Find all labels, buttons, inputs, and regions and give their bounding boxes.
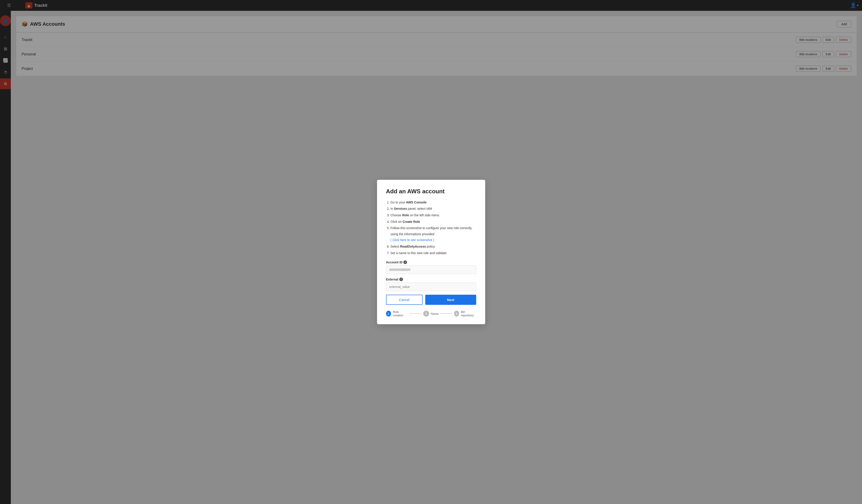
step-role-creation: 1 Role creation [386,310,408,317]
step-3: Choose Role on the left side menu [391,212,476,218]
external-label: External i [386,278,476,281]
step-2: In Services panel, select IAM [391,206,476,212]
step-1: Go to your AWS Console [391,199,476,205]
external-info-icon[interactable]: i [399,278,403,281]
next-button[interactable]: Next [425,295,476,305]
stepper: 1 Role creation 2 Name 3 Bill repository [386,310,476,317]
external-field-group: External i [386,278,476,295]
step-3-circle: 3 [454,311,459,317]
step-name: 2 Name [423,311,439,317]
modal-title: Add an AWS account [386,188,476,195]
step-6: Select ReadOnlyAccess policy [391,243,476,250]
modal-overlay[interactable]: Add an AWS account Go to your AWS Consol… [0,0,862,504]
screenshot-link[interactable]: ( Click here to see screenshot ) [391,238,434,242]
cancel-button[interactable]: Cancel [386,295,422,305]
step-4: Click on Create Role [391,219,476,225]
step-2-label: Name [431,312,439,315]
account-id-label: Account ID i [386,261,476,264]
step-7: Set a name to this new role and validate [391,250,476,256]
add-aws-account-modal: Add an AWS account Go to your AWS Consol… [377,180,485,324]
modal-buttons: Cancel Next [386,295,476,305]
step-connector-1 [409,314,421,314]
step-1-circle: 1 [386,311,391,317]
step-1-label: Role creation [393,310,408,317]
step-connector-2 [440,314,452,314]
modal-instructions: Go to your AWS Console In Services panel… [386,199,476,256]
step-5: Follow this screenshot to configure your… [391,225,476,243]
account-id-input[interactable] [386,265,476,274]
step-3-label: Bill repository [461,310,476,317]
external-input[interactable] [386,282,476,291]
step-bill-repository: 3 Bill repository [454,310,476,317]
account-id-field-group: Account ID i [386,261,476,278]
step-2-circle: 2 [423,311,429,317]
account-id-info-icon[interactable]: i [403,261,407,264]
